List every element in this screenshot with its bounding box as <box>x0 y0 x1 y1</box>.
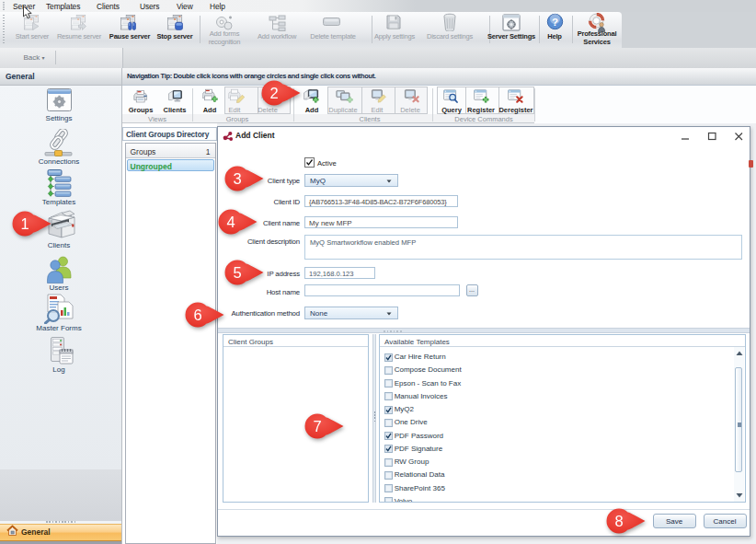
svg-text:8: 8 <box>614 513 623 529</box>
svg-text:?: ? <box>552 17 558 28</box>
svg-text:1: 1 <box>20 214 29 231</box>
svg-text:2: 2 <box>269 85 278 101</box>
svg-text:4: 4 <box>226 214 235 230</box>
svg-text:3: 3 <box>233 170 241 187</box>
svg-text:7: 7 <box>313 418 321 434</box>
svg-text:5: 5 <box>233 264 241 281</box>
svg-text:6: 6 <box>193 306 201 322</box>
